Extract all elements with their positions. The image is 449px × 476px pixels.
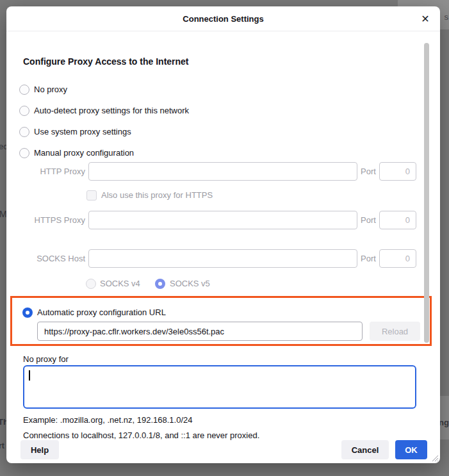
https-port-label: Port — [361, 211, 376, 229]
section-heading: Configure Proxy Access to the Internet — [23, 56, 189, 67]
background-text-fragment: ng — [439, 418, 449, 427]
http-port-input[interactable] — [379, 162, 416, 181]
close-icon[interactable]: ✕ — [420, 13, 431, 25]
radio-socks-v4-label[interactable]: SOCKS v4 — [100, 279, 140, 289]
text-caret — [29, 370, 30, 381]
cancel-button[interactable]: Cancel — [341, 440, 389, 459]
reload-button[interactable]: Reload — [370, 322, 420, 341]
radio-auto-detect[interactable] — [19, 106, 29, 116]
radio-system-proxy[interactable] — [19, 127, 29, 137]
no-proxy-for-textarea[interactable] — [23, 365, 416, 409]
radio-auto-url-label[interactable]: Automatic proxy configuration URL — [37, 308, 166, 318]
radio-auto-detect-label[interactable]: Auto-detect proxy settings for this netw… — [34, 106, 189, 116]
https-port-input[interactable] — [379, 211, 416, 229]
scrollbar-thumb[interactable] — [424, 43, 429, 343]
auto-url-input[interactable] — [37, 322, 363, 341]
https-proxy-label: HTTPS Proxy — [19, 211, 85, 229]
no-proxy-for-label: No proxy for — [23, 354, 69, 364]
dialog-header: Connection Settings ✕ — [6, 6, 440, 31]
also-https-checkbox[interactable] — [86, 190, 97, 201]
radio-socks-v4[interactable] — [86, 279, 96, 289]
dialog-title: Connection Settings — [6, 6, 440, 31]
example-text: Example: .mozilla.org, .net.nz, 192.168.… — [23, 415, 193, 425]
radio-auto-url[interactable] — [22, 308, 33, 318]
http-proxy-input[interactable] — [88, 162, 357, 181]
socks-host-input[interactable] — [88, 249, 357, 268]
localhost-note-text: Connections to localhost, 127.0.0.1/8, a… — [23, 431, 259, 440]
http-proxy-label: HTTP Proxy — [19, 162, 85, 181]
background-text-fragment: rt — [0, 441, 4, 450]
background-text-fragment: s — [445, 12, 449, 22]
connection-settings-dialog: Connection Settings ✕ Configure Proxy Ac… — [6, 6, 440, 463]
radio-manual-proxy-label[interactable]: Manual proxy configuration — [34, 148, 134, 158]
http-port-label: Port — [361, 162, 376, 181]
radio-socks-v5[interactable] — [155, 279, 165, 289]
help-button[interactable]: Help — [20, 440, 59, 459]
socks-port-input[interactable] — [379, 249, 416, 268]
radio-no-proxy[interactable] — [19, 85, 29, 95]
radio-no-proxy-label[interactable]: No proxy — [34, 85, 67, 95]
radio-socks-v5-label[interactable]: SOCKS v5 — [170, 279, 210, 289]
ok-button[interactable]: OK — [395, 440, 427, 459]
radio-manual-proxy[interactable] — [19, 148, 29, 158]
resize-grip-icon[interactable] — [430, 454, 438, 461]
also-https-label[interactable]: Also use this proxy for HTTPS — [101, 190, 213, 201]
socks-port-label: Port — [361, 249, 376, 268]
https-proxy-input[interactable] — [88, 211, 357, 229]
socks-host-label: SOCKS Host — [19, 249, 85, 268]
radio-system-proxy-label[interactable]: Use system proxy settings — [34, 127, 131, 137]
